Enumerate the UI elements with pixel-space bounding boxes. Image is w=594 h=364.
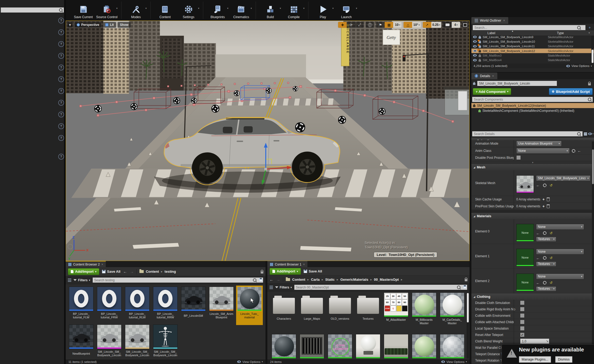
grid-snap-toggle[interactable]: ▦ bbox=[385, 22, 393, 28]
collide-with-attached-children-checkbox[interactable] bbox=[520, 320, 525, 324]
world-local-toggle[interactable] bbox=[366, 22, 374, 28]
help-icon[interactable]: ? bbox=[58, 123, 64, 129]
breadcrumb-testing[interactable]: testing bbox=[165, 270, 176, 274]
outliner-row[interactable]: SM_Lincoln_SM_Bodywork_Lincoln11Skeletal… bbox=[471, 44, 594, 49]
material-thumbnail[interactable]: None bbox=[516, 224, 534, 242]
help-icon[interactable]: ? bbox=[58, 18, 64, 23]
viewport-canvas[interactable]: MICHELANGE Getty bbox=[66, 21, 469, 261]
asset-item[interactable]: BP_Lincoln_ tutorial_RLW bbox=[124, 287, 151, 319]
actor-name-field[interactable] bbox=[477, 81, 557, 86]
reset-icon[interactable]: ↺ bbox=[550, 184, 553, 187]
browse-icon[interactable] bbox=[572, 149, 575, 153]
outliner-row[interactable]: SM_MailBox4StaticMeshActor bbox=[471, 58, 594, 62]
reset-after-teleport-checkbox[interactable]: ✓ bbox=[520, 333, 525, 337]
add-element-icon[interactable]: + bbox=[542, 204, 545, 208]
anim-class-dropdown[interactable]: None▾ bbox=[516, 148, 570, 154]
section-materials[interactable]: ◢Materials bbox=[471, 213, 594, 219]
trash-icon[interactable] bbox=[547, 197, 550, 201]
asset-item[interactable] bbox=[411, 334, 437, 359]
save-all-button[interactable]: Save All bbox=[102, 270, 120, 274]
maximize-viewport-button[interactable] bbox=[462, 22, 468, 28]
chevron-down-icon[interactable]: ▾ bbox=[356, 7, 357, 10]
display-filter-icon[interactable] bbox=[584, 132, 587, 136]
asset-item[interactable] bbox=[271, 334, 297, 359]
outliner-search-input[interactable] bbox=[472, 25, 586, 30]
chevron-down-icon[interactable]: ▾ bbox=[227, 7, 228, 10]
visibility-eye-icon[interactable] bbox=[473, 54, 477, 57]
disable-rigid-body-anim-checkbox[interactable] bbox=[520, 307, 525, 311]
move-tool-button[interactable]: ✚ bbox=[338, 22, 347, 28]
tab-details[interactable]: i Details × bbox=[471, 73, 497, 79]
rotation-snap-value[interactable]: 10°▾ bbox=[412, 22, 421, 28]
asset-item[interactable] bbox=[355, 334, 381, 359]
scale-tool-button[interactable]: ⤢ bbox=[355, 22, 364, 28]
outliner-row-selected[interactable]: SM_Lincoln_SM_Bodywork_Lincoln12Skeletal… bbox=[471, 49, 594, 53]
add-import-button[interactable]: Add/Import ▾ bbox=[68, 268, 99, 275]
filters-button[interactable]: Filters ▾ bbox=[73, 278, 90, 282]
asset-item[interactable]: SM_Lincoln_SM_ Bodywork_Lincoln bbox=[124, 325, 151, 357]
use-selected-icon[interactable]: ← bbox=[536, 281, 540, 285]
browse-icon[interactable] bbox=[543, 231, 546, 235]
compile-button[interactable]: Compile ▾ bbox=[282, 0, 306, 21]
use-selected-icon[interactable]: ← bbox=[536, 231, 540, 235]
material-thumbnail[interactable]: None bbox=[516, 274, 534, 291]
textures-dropdown[interactable]: Textures▾ bbox=[536, 262, 556, 267]
close-icon[interactable]: × bbox=[503, 19, 505, 22]
cinematics-button[interactable]: Cinematics ▾ bbox=[229, 0, 253, 21]
modes-button[interactable]: Modes ▾ bbox=[124, 0, 148, 21]
add-import-button[interactable]: Add/Import ▾ bbox=[269, 268, 301, 275]
help-icon[interactable]: ? bbox=[58, 41, 64, 47]
asset-item[interactable]: SM_Lincoln_SM_ Bodywork_Lincoln bbox=[96, 325, 123, 357]
help-icon[interactable]: ? bbox=[58, 135, 64, 141]
add-filter-icon[interactable]: + bbox=[589, 25, 591, 30]
breadcrumb-carla[interactable]: Carla bbox=[311, 278, 320, 282]
add-component-button[interactable]: + Add Component ▾ bbox=[473, 88, 511, 95]
reset-icon[interactable]: ↺ bbox=[550, 256, 553, 260]
back-button[interactable]: ← bbox=[123, 269, 127, 274]
material-dropdown[interactable]: None▾ bbox=[536, 249, 584, 255]
trash-icon[interactable] bbox=[547, 204, 550, 208]
breadcrumb-genericmaterials[interactable]: GenericMaterials bbox=[340, 278, 368, 282]
asset-item[interactable]: 25304050 60708090 STOP▽ M_AtlasMaster bbox=[383, 292, 409, 322]
section-clothing[interactable]: ◢Clothing bbox=[471, 294, 594, 300]
view-options-button[interactable]: View Options ▾ bbox=[566, 64, 592, 68]
help-icon[interactable]: ? bbox=[58, 76, 64, 82]
details-scrollbar[interactable] bbox=[592, 141, 594, 364]
collide-with-environment-checkbox[interactable] bbox=[520, 313, 525, 318]
visibility-eye-icon[interactable] bbox=[473, 59, 477, 61]
asset-item[interactable] bbox=[439, 334, 466, 359]
skeletal-mesh-thumbnail[interactable] bbox=[516, 175, 534, 193]
chevron-down-icon[interactable]: ▾ bbox=[303, 7, 304, 10]
outliner-scrollbar[interactable] bbox=[591, 36, 594, 64]
help-icon[interactable]: ? bbox=[58, 88, 64, 94]
visibility-eye-icon[interactable] bbox=[473, 50, 477, 52]
help-icon[interactable]: ? bbox=[58, 53, 64, 59]
search-components-input[interactable] bbox=[472, 97, 593, 102]
use-selected-icon[interactable]: ← bbox=[577, 149, 581, 153]
disable-cloth-simulation-checkbox[interactable] bbox=[520, 300, 525, 305]
asset-item[interactable]: BP_Lincoln_ tutorial_FLW bbox=[68, 287, 95, 319]
rotation-snap-toggle[interactable]: △ bbox=[404, 22, 412, 28]
visibility-eye-icon[interactable] bbox=[473, 36, 477, 38]
local-space-simulation-checkbox[interactable] bbox=[520, 326, 525, 331]
breadcrumb-static[interactable]: Static bbox=[325, 278, 335, 282]
reset-icon[interactable]: ↺ bbox=[550, 281, 553, 284]
reset-icon[interactable]: ↺ bbox=[550, 231, 553, 235]
chevron-down-icon[interactable]: ▾ bbox=[198, 7, 199, 10]
visibility-eye-icon[interactable] bbox=[473, 40, 477, 43]
expand-properties-button[interactable]: ▾ bbox=[471, 161, 594, 164]
outliner-row[interactable]: SM_Lincoln_SM_Bodywork_Lincoln9SkeletalM… bbox=[471, 36, 594, 39]
tab-content-browser-2[interactable]: Content Browser 2 × bbox=[66, 261, 106, 267]
breadcrumb-content[interactable]: Content bbox=[146, 270, 159, 274]
lock-icon[interactable] bbox=[465, 279, 467, 281]
textures-dropdown[interactable]: Textures▾ bbox=[536, 286, 556, 291]
content-browser-2-search-input[interactable] bbox=[92, 277, 263, 283]
use-selected-icon[interactable]: ← bbox=[536, 256, 540, 260]
close-icon[interactable]: × bbox=[492, 74, 494, 78]
chevron-down-icon[interactable]: ▾ bbox=[116, 7, 118, 10]
back-button[interactable]: ← bbox=[269, 277, 273, 282]
asset-item[interactable]: NewBlueprint bbox=[68, 325, 95, 355]
folder-item[interactable]: OLD_versions bbox=[327, 294, 353, 321]
blueprints-button[interactable]: Blueprints ▾ bbox=[206, 0, 229, 21]
launch-button[interactable]: Launch ▾ bbox=[335, 0, 358, 21]
